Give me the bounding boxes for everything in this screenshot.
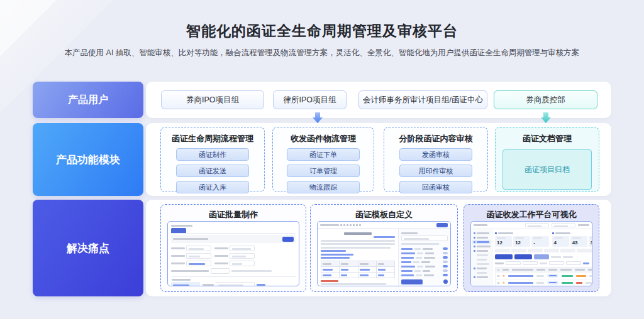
dashboard-topbar: [471, 222, 592, 229]
module-seal-review-button[interactable]: 用印件审核: [399, 165, 472, 177]
module-letter-create-button[interactable]: 函证制作: [176, 148, 249, 161]
painpoint-title: 函证收发工作平台可视化: [464, 209, 599, 220]
module-order-manage-button[interactable]: 订单管理: [287, 165, 360, 177]
template-editor-preview: [317, 221, 451, 286]
painpoint-title: 函证批量制作: [161, 209, 306, 220]
preview-side-list: [171, 282, 200, 286]
module-group-logistics: 收发函件物流管理 函证下单 订单管理 物流跟踪: [272, 127, 374, 192]
page-title: 智能化的函证全生命周期管理及审核平台: [0, 21, 644, 41]
row-label-painpoints: 解决痛点: [33, 200, 143, 296]
action-button: [495, 254, 513, 259]
document-table: [321, 261, 395, 278]
stat-value: 12: [515, 240, 528, 246]
row-label-modules: 产品功能模块: [33, 123, 143, 196]
painpoint-card-template-custom: 函证模板自定义: [310, 204, 458, 292]
painpoint-title: 函证模板自定义: [311, 209, 457, 220]
user-accounting-firm-button[interactable]: 会计师事务所审计项目组/函证中心: [358, 90, 487, 109]
module-group-title: 收发函件物流管理: [273, 133, 374, 144]
editor-primary-button: [436, 223, 448, 227]
dashboard-preview: 12 12 - 4 43 33: [470, 221, 592, 286]
stat-value: 12: [497, 240, 510, 246]
preview-primary-button: [282, 237, 294, 242]
module-group-review: 分阶段函证内容审核 发函审核 用印件审核 回函审核: [384, 127, 488, 192]
stat-value: -: [533, 240, 547, 246]
module-project-archive-button[interactable]: 函证项目归档: [502, 149, 592, 190]
painpoint-card-dashboard: 函证收发工作平台可视化: [464, 204, 599, 292]
preview-field-row: [203, 282, 296, 286]
stat-value: 33: [591, 240, 592, 246]
module-letter-inbound-button[interactable]: 函证入库: [176, 181, 249, 193]
stat-value: 43: [572, 240, 586, 246]
action-button: [514, 254, 532, 259]
module-group-lifecycle: 函证生命周期流程管理 函证制作 函证发送 函证入库: [160, 127, 265, 192]
dashboard-sidebar: [471, 229, 492, 286]
painpoint-card-batch-creation: 函证批量制作: [160, 204, 306, 292]
variable-rows: [401, 247, 448, 278]
table-row: [496, 286, 592, 286]
user-broker-ipo-button[interactable]: 券商IPO项目组: [161, 90, 264, 109]
module-group-title: 函证文档管理: [496, 133, 599, 144]
module-group-docs: 函证文档管理 函证项目归档: [495, 127, 599, 192]
module-reply-review-button[interactable]: 回函审核: [399, 181, 472, 193]
module-group-title: 分阶段函证内容审核: [384, 133, 487, 144]
module-send-review-button[interactable]: 发函审核: [399, 148, 472, 161]
document-canvas: [318, 229, 398, 286]
stat-value: 4: [554, 240, 567, 246]
row-label-users: 产品用户: [33, 82, 143, 118]
arrow-down-icon: [541, 112, 551, 123]
module-letter-send-button[interactable]: 函证发送: [176, 165, 249, 177]
painpoints-panel: 函证批量制作: [146, 200, 611, 296]
dashboard-actions: [495, 254, 592, 259]
dashboard-tabs: [495, 249, 592, 252]
dashboard-table: [495, 267, 592, 286]
table-row: [496, 279, 592, 286]
batch-form-preview: [167, 221, 299, 286]
save-button: [401, 279, 423, 284]
preview-form-fields: [171, 246, 296, 266]
action-button: [534, 254, 549, 259]
preview-section-label: [172, 279, 191, 281]
preview-caption-bar: [171, 225, 192, 227]
preview-toolbar: [171, 235, 296, 243]
editor-toolbar: [318, 222, 450, 229]
preview-form-row: [171, 268, 296, 274]
modules-panel: 函证生命周期流程管理 函证制作 函证发送 函证入库 收发函件物流管理 函证下单 …: [146, 123, 611, 196]
module-letter-order-button[interactable]: 函证下单: [287, 148, 360, 161]
add-variable-button: [443, 279, 448, 284]
variables-panel: [398, 229, 450, 286]
dashboard-stat-cards: 12 12 - 4 43 33: [495, 231, 592, 247]
page-subtitle: 本产品使用 AI 抽取、智能审核、比对等功能，融合流程管理及物流管理方案，灵活化…: [0, 48, 644, 58]
arrow-down-icon: [313, 112, 323, 123]
active-tab: [171, 228, 186, 233]
module-logistics-track-button[interactable]: 物流跟踪: [287, 181, 360, 193]
preview-tabs: [171, 228, 296, 234]
module-group-title: 函证生命周期流程管理: [161, 133, 264, 144]
dashboard-filters: [495, 261, 592, 265]
table-row: [496, 272, 592, 279]
user-broker-qc-button[interactable]: 券商质控部: [494, 90, 597, 109]
user-lawfirm-ipo-button[interactable]: 律所IPO项目组: [273, 90, 347, 109]
